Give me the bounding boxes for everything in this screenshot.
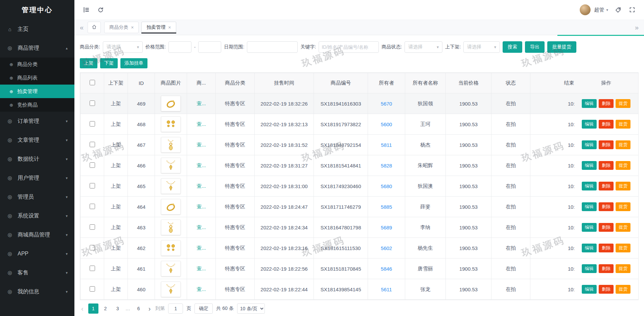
edit-button[interactable]: 编辑: [582, 99, 597, 108]
collapse-menu-icon[interactable]: [82, 5, 91, 14]
row-checkbox[interactable]: [90, 121, 95, 127]
delete-button[interactable]: 删除: [599, 120, 614, 129]
table-scroll-area[interactable]: 上下架ID商品图片商...商品分类挂售时间商品编号所有者所有者名称当前价格状态结…: [80, 72, 639, 300]
on-shelf-button[interactable]: 上架: [80, 58, 97, 68]
owner-id-link[interactable]: 5680: [381, 183, 392, 189]
product-name-link[interactable]: 萱...: [197, 162, 206, 168]
pick-button[interactable]: 提货: [616, 244, 630, 252]
sidebar-item-0[interactable]: ⌂主页: [0, 20, 74, 39]
owner-id-link[interactable]: 5885: [381, 204, 392, 210]
tab-0[interactable]: 商品分类×: [104, 22, 139, 33]
sidebar-item-8[interactable]: ◎商城商品管理▾: [0, 225, 74, 244]
pick-button[interactable]: 提货: [616, 161, 630, 170]
export-button[interactable]: 导出: [525, 41, 545, 53]
product-name-link[interactable]: 萱...: [197, 286, 206, 292]
batch-pick-button[interactable]: 批量提货: [547, 41, 576, 53]
tabs-scroll-left-icon[interactable]: «: [79, 24, 84, 31]
sidebar-item-1[interactable]: ◎商品管理▴: [0, 39, 74, 58]
delete-button[interactable]: 删除: [599, 182, 614, 190]
delete-button[interactable]: 删除: [599, 140, 614, 149]
fullscreen-icon[interactable]: [628, 5, 637, 14]
status-select[interactable]: 请选择 ▼: [405, 41, 442, 53]
pick-button[interactable]: 提货: [616, 285, 630, 294]
pick-button[interactable]: 提货: [616, 120, 630, 129]
next-page-icon[interactable]: ›: [147, 305, 152, 313]
row-checkbox[interactable]: [90, 266, 95, 271]
owner-id-link[interactable]: 5611: [381, 287, 392, 292]
row-checkbox[interactable]: [90, 224, 95, 230]
owner-id-link[interactable]: 5600: [381, 121, 392, 127]
page-button-2[interactable]: 2: [100, 303, 111, 314]
delete-button[interactable]: 删除: [599, 264, 614, 273]
product-name-link[interactable]: 萱...: [197, 142, 206, 148]
edit-button[interactable]: 编辑: [582, 161, 597, 170]
sidebar-subitem-1-0[interactable]: ⊕商品分类: [0, 58, 74, 71]
owner-id-link[interactable]: 5846: [381, 266, 392, 272]
edit-button[interactable]: 编辑: [582, 140, 597, 149]
sidebar-item-3[interactable]: ◎文章管理▾: [0, 131, 74, 150]
tag-icon[interactable]: [614, 5, 622, 14]
sidebar-subitem-1-3[interactable]: ⊕竞价商品: [0, 98, 74, 112]
page-button-6[interactable]: 6: [134, 303, 144, 314]
product-name-link[interactable]: 萱...: [197, 100, 206, 106]
sidebar-item-4[interactable]: ◎数据统计▾: [0, 150, 74, 168]
product-image[interactable]: [161, 137, 181, 153]
sidebar-subitem-1-1[interactable]: ⊕商品列表: [0, 71, 74, 85]
product-name-link[interactable]: 萱...: [197, 121, 206, 127]
pick-button[interactable]: 提货: [616, 99, 630, 108]
product-name-link[interactable]: 萱...: [197, 183, 206, 189]
keyword-input[interactable]: [319, 41, 379, 53]
product-image[interactable]: [161, 116, 181, 132]
confirm-button[interactable]: 确定: [194, 303, 213, 314]
sidebar-item-7[interactable]: ◎系统设置▾: [0, 206, 74, 225]
product-image[interactable]: [161, 261, 181, 276]
sidebar-item-9[interactable]: ◎APP▾: [0, 244, 74, 263]
product-image[interactable]: [161, 240, 181, 256]
owner-id-link[interactable]: 5602: [381, 245, 392, 251]
row-checkbox[interactable]: [90, 204, 95, 209]
page-button-3[interactable]: 3: [113, 303, 123, 314]
product-name-link[interactable]: 萱...: [197, 266, 206, 271]
avatar[interactable]: [580, 4, 591, 15]
product-image[interactable]: [161, 220, 181, 235]
add-listing-button[interactable]: 添加挂单: [120, 58, 147, 68]
pick-button[interactable]: 提货: [616, 182, 630, 190]
delete-button[interactable]: 删除: [599, 285, 614, 294]
delete-button[interactable]: 删除: [599, 99, 614, 108]
sidebar-subitem-1-2[interactable]: ⊕拍卖管理: [0, 85, 74, 98]
row-checkbox[interactable]: [90, 142, 95, 147]
row-checkbox[interactable]: [90, 100, 95, 106]
tab-1[interactable]: 拍卖管理×: [141, 22, 176, 33]
refresh-icon[interactable]: [96, 5, 105, 14]
close-icon[interactable]: ×: [168, 25, 171, 30]
date-range-input[interactable]: [247, 41, 298, 53]
select-all-checkbox[interactable]: [90, 80, 95, 85]
edit-button[interactable]: 编辑: [582, 264, 597, 273]
owner-id-link[interactable]: 5828: [381, 163, 392, 168]
category-select[interactable]: 请选择 ▼: [103, 41, 143, 53]
product-image[interactable]: [161, 178, 181, 194]
owner-id-link[interactable]: 5811: [381, 142, 392, 148]
goto-page-input[interactable]: [168, 303, 183, 314]
row-checkbox[interactable]: [90, 245, 95, 250]
edit-button[interactable]: 编辑: [582, 202, 597, 211]
price-min-input[interactable]: [168, 41, 191, 53]
product-image[interactable]: [161, 199, 181, 215]
product-name-link[interactable]: 萱...: [197, 224, 206, 230]
sidebar-item-5[interactable]: ◎用户管理▾: [0, 168, 74, 187]
sidebar-item-10[interactable]: ◎客售▾: [0, 263, 74, 282]
row-checkbox[interactable]: [90, 183, 95, 188]
prev-page-icon[interactable]: ‹: [80, 305, 85, 313]
edit-button[interactable]: 编辑: [582, 223, 597, 232]
sidebar-item-6[interactable]: ◎管理员▾: [0, 187, 74, 206]
page-size-select[interactable]: 10 条/页: [237, 303, 265, 314]
product-image[interactable]: [161, 281, 181, 297]
pick-button[interactable]: 提货: [616, 223, 630, 232]
delete-button[interactable]: 删除: [599, 202, 614, 211]
sidebar-item-2[interactable]: ◎订单管理▾: [0, 112, 74, 131]
tabs-scroll-right-icon[interactable]: »: [634, 24, 639, 31]
price-max-input[interactable]: [198, 41, 221, 53]
search-button[interactable]: 搜索: [503, 41, 522, 53]
product-name-link[interactable]: 萱...: [197, 245, 206, 251]
edit-button[interactable]: 编辑: [582, 120, 597, 129]
